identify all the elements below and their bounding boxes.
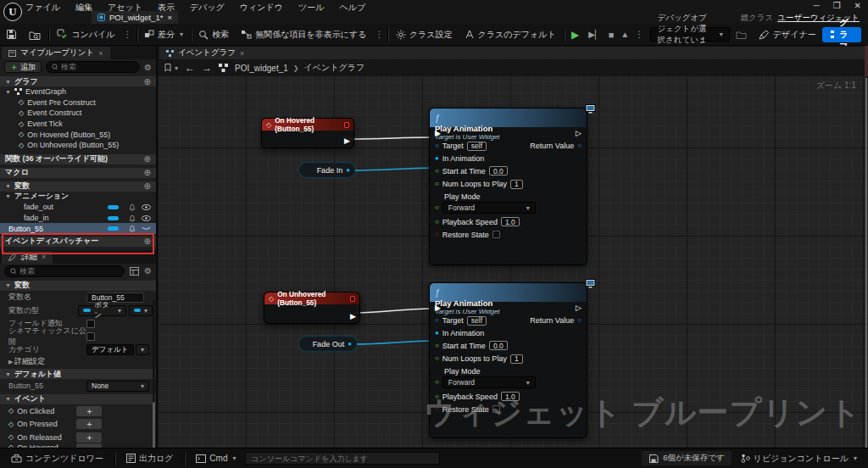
class-settings-button[interactable]: クラス設定	[390, 24, 459, 46]
event-item[interactable]: ◇On Unhovered (Button_55)	[0, 140, 156, 151]
details-section-default[interactable]: ▼デフォルト値	[0, 369, 156, 379]
section-macros[interactable]: マクロ⊕	[0, 168, 156, 178]
category-dropdown[interactable]: デフォルト	[86, 344, 134, 355]
play-mode-dropdown[interactable]: Forward ▾	[442, 202, 536, 214]
details-section-events[interactable]: ▼イベント	[0, 394, 156, 404]
my-blueprint-tab[interactable]: マイブループリント ×	[2, 47, 110, 59]
browse-asset-button[interactable]	[23, 24, 47, 46]
add-macro-icon[interactable]: ⊕	[144, 168, 151, 177]
start-at-time-pin[interactable]: ○	[435, 343, 439, 349]
filter-gear-icon[interactable]: ⚙	[144, 63, 152, 72]
designer-mode-button[interactable]: デザイナー	[753, 24, 822, 46]
start-value-box[interactable]: 0.0	[489, 166, 508, 176]
return-value-pin[interactable]: ○	[577, 317, 581, 324]
debug-object-dropdown[interactable]: デバッグオブジェクトが選択されていません ▾	[650, 27, 729, 42]
node-fade-in[interactable]: Fade In ●	[299, 163, 355, 177]
in-animation-pin[interactable]: ●	[435, 330, 439, 337]
maximize-button[interactable]: ❐	[833, 1, 841, 10]
display-options-icon[interactable]	[130, 267, 139, 276]
in-animation-pin[interactable]: ●	[435, 155, 439, 162]
variable-type-dropdown[interactable]: ボタン ▾	[78, 305, 126, 316]
animations-category[interactable]: ▼アニメーション	[0, 192, 156, 203]
section-variables[interactable]: ▼変数⊕	[0, 181, 156, 192]
output-log-button[interactable]: 出力ログ	[120, 448, 179, 468]
object-out-pin[interactable]: ●	[346, 167, 350, 174]
cmd-dropdown[interactable]: Cmd ▾	[190, 448, 242, 468]
advanced-row[interactable]: ▶詳細設定	[0, 356, 156, 367]
add-event-button[interactable]: ＋	[76, 419, 102, 429]
object-out-pin[interactable]: ●	[348, 341, 352, 348]
node-fade-out[interactable]: Fade Out ●	[299, 337, 357, 351]
breadcrumb-current[interactable]: イベントグラフ	[304, 62, 365, 74]
nav-forward-button[interactable]: →	[202, 62, 212, 74]
cinematics-checkbox[interactable]	[86, 332, 95, 341]
play-options-icon[interactable]: ⋮	[632, 30, 646, 39]
event-item[interactable]: ◇Event Pre Construct	[0, 98, 156, 109]
menu-debug[interactable]: デバッグ	[190, 2, 225, 14]
num-loops-pin[interactable]: ○	[435, 355, 439, 362]
variable-item-fade-out[interactable]: fade_out	[0, 202, 156, 213]
container-type-dropdown[interactable]: ▾	[129, 305, 153, 316]
field-notify-checkbox[interactable]	[86, 320, 95, 328]
graph-mode-button[interactable]: グラフ	[822, 27, 861, 42]
close-icon[interactable]: ×	[240, 49, 244, 58]
section-graphs[interactable]: ▼グラフ⊕	[0, 76, 156, 86]
restore-state-pin[interactable]: ○	[435, 231, 439, 238]
diff-button[interactable]: 差分▾	[138, 24, 189, 46]
target-value-box[interactable]: self	[467, 142, 487, 151]
event-item[interactable]: ◇On Hovered (Button_55)	[0, 129, 156, 140]
play-mode-pin[interactable]: ○	[435, 379, 439, 386]
event-item[interactable]: ◇Event Construct	[0, 108, 156, 119]
add-event-button[interactable]: ＋	[76, 432, 102, 443]
minimize-button[interactable]: ─	[814, 1, 820, 10]
details-tab[interactable]: 詳細 ×	[2, 251, 53, 264]
target-pin[interactable]: ○	[435, 142, 439, 149]
target-value-box[interactable]: self	[467, 316, 487, 326]
class-defaults-button[interactable]: クラスのデフォルト	[459, 24, 562, 46]
console-command-input[interactable]	[245, 452, 440, 465]
menu-edit[interactable]: 編集	[75, 2, 92, 14]
add-function-icon[interactable]: ⊕	[144, 154, 151, 164]
eventgraph-tab[interactable]: イベントグラフ ×	[159, 47, 868, 59]
restore-state-checkbox[interactable]	[492, 231, 500, 238]
play-button[interactable]: ▶	[565, 24, 585, 46]
variable-item-button55[interactable]: Button_55	[0, 223, 156, 234]
close-icon[interactable]: ×	[98, 49, 103, 58]
details-search-input[interactable]	[19, 267, 119, 276]
graph-canvas[interactable]: ▾ ← → POI_widget_1 ❯ イベントグラフ ズーム 1:1 ◇ O…	[158, 59, 868, 448]
target-pin[interactable]: ○	[435, 317, 439, 324]
add-event-button[interactable]: ＋	[76, 406, 102, 416]
tab-close-icon[interactable]: ×	[167, 13, 172, 22]
add-dispatcher-icon[interactable]: ⊕	[144, 237, 151, 246]
nav-back-button[interactable]: ←	[185, 62, 195, 74]
my-blueprint-search[interactable]	[46, 61, 140, 73]
start-value-box[interactable]: 0.0	[489, 341, 508, 350]
category-caret[interactable]: ▾	[136, 344, 149, 355]
menu-file[interactable]: ファイル	[25, 2, 60, 14]
return-value-pin[interactable]: ○	[577, 142, 581, 149]
graph-scrollbar[interactable]	[865, 78, 867, 448]
play-mode-pin[interactable]: ○	[435, 204, 439, 211]
event-item[interactable]: ◇Event Tick	[0, 119, 156, 130]
close-button[interactable]: ✕	[854, 1, 861, 10]
speed-value-box[interactable]: 1.0	[501, 217, 520, 226]
bookmark-dropdown[interactable]: ▾	[164, 64, 178, 72]
my-blueprint-search-input[interactable]	[61, 63, 134, 71]
breadcrumb-root[interactable]: POI_widget_1	[235, 64, 288, 73]
bell-icon[interactable]	[129, 225, 136, 232]
compile-button[interactable]: コンパイル	[50, 24, 120, 46]
details-section-variable[interactable]: ▼変数	[0, 281, 156, 291]
eventgraph-item[interactable]: ▼ EventGraph	[0, 86, 156, 98]
unsaved-status[interactable]: 6個が未保存です	[642, 451, 731, 465]
debug-browse-button[interactable]	[730, 24, 753, 46]
num-value-box[interactable]: 1	[510, 180, 523, 189]
play-mode-dropdown[interactable]: Forward ▾	[442, 376, 536, 388]
eject-button[interactable]: ▲	[617, 24, 632, 46]
num-value-box[interactable]: 1	[510, 354, 523, 364]
bell-icon[interactable]	[129, 203, 136, 211]
variable-item-fade-in[interactable]: fade_in	[0, 213, 156, 224]
bell-icon[interactable]	[129, 214, 136, 222]
section-dispatchers[interactable]: イベントディスパッチャー⊕	[0, 237, 156, 247]
start-at-time-pin[interactable]: ○	[435, 168, 439, 175]
asset-tab[interactable]: POI_widget_1* ×	[92, 11, 178, 24]
